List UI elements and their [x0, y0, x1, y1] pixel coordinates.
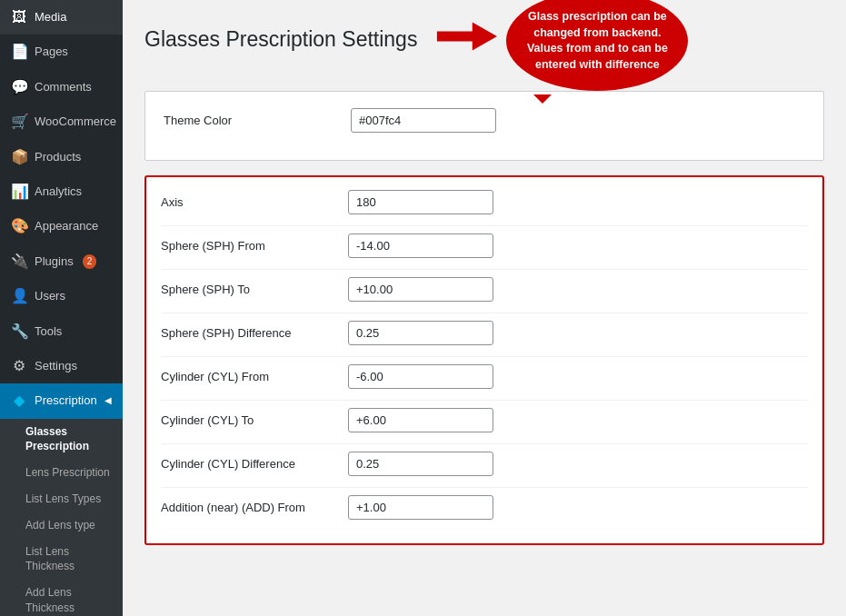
sidebar-item-users[interactable]: 👤 Users [0, 279, 123, 313]
theme-color-card: Theme Color [144, 91, 824, 161]
sph-diff-input[interactable] [348, 321, 493, 345]
tools-icon: 🔧 [11, 322, 27, 342]
axis-row: Axis [161, 190, 808, 214]
prescription-submenu: Glasses Prescription Lens Prescription L… [0, 419, 123, 616]
sidebar-subitem-list-lens-types[interactable]: List Lens Types [0, 486, 123, 512]
sph-to-row: Sphere (SPH) To [161, 277, 808, 302]
add-from-label: Addition (near) (ADD) From [161, 501, 333, 514]
sph-from-label: Sphere (SPH) From [161, 239, 333, 253]
sidebar-item-analytics[interactable]: 📊 Analytics [0, 174, 123, 209]
sidebar-item-appearance[interactable]: 🎨 Appearance [0, 209, 123, 243]
cyl-diff-row: Cylinder (CYL) Difference [161, 452, 808, 476]
svg-marker-0 [437, 22, 497, 50]
cyl-diff-input[interactable] [348, 452, 493, 476]
cyl-from-input[interactable] [348, 364, 493, 389]
page-title: Glasses Prescription Settings Glass pres… [144, 18, 497, 60]
pages-icon: 📄 [11, 42, 27, 62]
settings-icon: ⚙ [11, 356, 27, 376]
cyl-from-label: Cylinder (CYL) From [161, 370, 333, 383]
add-from-input[interactable] [348, 495, 493, 520]
plugins-badge: 2 [83, 254, 97, 269]
title-row: Glasses Prescription Settings Glass pres… [144, 18, 824, 76]
sph-to-input[interactable] [348, 277, 493, 302]
cyl-from-row: Cylinder (CYL) From [161, 364, 808, 389]
users-icon: 👤 [11, 286, 27, 306]
axis-label: Axis [161, 195, 333, 209]
cyl-diff-label: Cylinder (CYL) Difference [161, 457, 333, 471]
sph-diff-label: Sphere (SPH) Difference [161, 326, 333, 340]
sidebar-item-comments[interactable]: 💬 Comments [0, 70, 123, 104]
red-arrow-icon [433, 18, 497, 55]
cyl-to-label: Cylinder (CYL) To [161, 413, 333, 427]
sph-from-row: Sphere (SPH) From [161, 233, 808, 258]
media-icon: 🖼 [11, 7, 27, 27]
sidebar-item-plugins[interactable]: 🔌 Plugins 2 [0, 244, 123, 279]
arrow-annotation: Glass prescription can be changed from b… [433, 18, 497, 60]
sidebar-item-products[interactable]: 📦 Products [0, 140, 123, 174]
sidebar: 🖼 Media 📄 Pages 💬 Comments 🛒 WooCommerce… [0, 0, 123, 616]
prescription-fields-section: Axis Sphere (SPH) From Sphere (SPH) To S… [144, 175, 824, 545]
sidebar-subitem-glasses-prescription[interactable]: Glasses Prescription [0, 419, 123, 461]
cyl-to-input[interactable] [348, 408, 493, 432]
axis-input[interactable] [348, 190, 493, 214]
sidebar-item-media[interactable]: 🖼 Media [0, 0, 123, 35]
analytics-icon: 📊 [11, 182, 27, 202]
theme-color-row: Theme Color [164, 108, 805, 133]
sidebar-item-woocommerce[interactable]: 🛒 WooCommerce [0, 104, 123, 139]
cyl-to-row: Cylinder (CYL) To [161, 408, 808, 432]
sidebar-subitem-add-lens-type[interactable]: Add Lens type [0, 512, 123, 539]
prescription-icon: ◆ [11, 391, 27, 411]
theme-color-input[interactable] [351, 108, 496, 133]
add-from-row: Addition (near) (ADD) From [161, 495, 808, 520]
woocommerce-icon: 🛒 [11, 112, 27, 132]
sidebar-item-pages[interactable]: 📄 Pages [0, 35, 123, 69]
sph-from-input[interactable] [348, 233, 493, 258]
prescription-chevron: ◀ [105, 394, 112, 407]
sph-to-label: Sphere (SPH) To [161, 283, 333, 296]
appearance-icon: 🎨 [11, 216, 27, 236]
plugins-icon: 🔌 [11, 252, 27, 272]
speech-bubble: Glass prescription can be changed from b… [506, 0, 688, 91]
sph-diff-row: Sphere (SPH) Difference [161, 321, 808, 345]
comments-icon: 💬 [11, 77, 27, 97]
sidebar-item-prescription[interactable]: ◆ Prescription ◀ [0, 383, 123, 418]
sidebar-subitem-list-lens-thickness[interactable]: List Lens Thickness [0, 539, 123, 581]
sidebar-subitem-add-lens-thickness[interactable]: Add Lens Thickness [0, 580, 123, 616]
sidebar-item-settings[interactable]: ⚙ Settings [0, 349, 123, 383]
theme-color-label: Theme Color [164, 114, 336, 127]
products-icon: 📦 [11, 147, 27, 167]
sidebar-subitem-lens-prescription[interactable]: Lens Prescription [0, 460, 123, 486]
sidebar-item-tools[interactable]: 🔧 Tools [0, 314, 123, 349]
main-content: Glasses Prescription Settings Glass pres… [123, 0, 846, 616]
